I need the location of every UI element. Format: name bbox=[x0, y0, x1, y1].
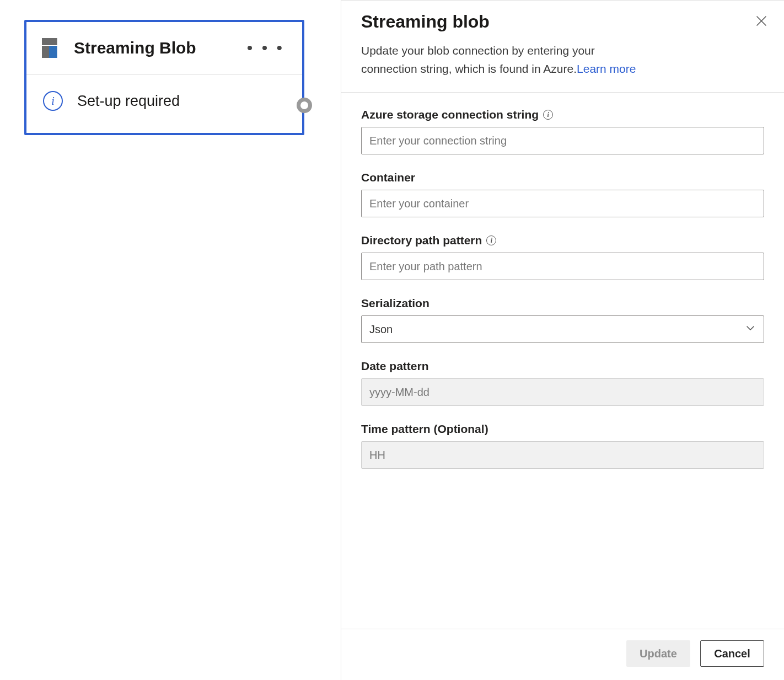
close-icon bbox=[755, 15, 767, 27]
blob-storage-icon bbox=[42, 38, 62, 58]
node-status-text: Set-up required bbox=[77, 93, 180, 110]
container-label: Container bbox=[361, 171, 415, 184]
panel-description: Update your blob connection by entering … bbox=[361, 42, 648, 78]
connection-string-input[interactable] bbox=[361, 127, 764, 154]
node-header: Streaming Blob • • • bbox=[26, 22, 302, 74]
info-icon[interactable]: i bbox=[543, 110, 553, 120]
streaming-blob-node[interactable]: Streaming Blob • • • i Set-up required bbox=[24, 20, 304, 135]
info-icon[interactable]: i bbox=[486, 235, 496, 245]
panel-footer: Update Cancel bbox=[341, 629, 784, 680]
connection-string-label: Azure storage connection string bbox=[361, 108, 539, 121]
learn-more-link[interactable]: Learn more bbox=[577, 62, 636, 75]
close-button[interactable] bbox=[751, 13, 772, 31]
container-input[interactable] bbox=[361, 190, 764, 217]
app-root: Streaming Blob • • • i Set-up required S… bbox=[0, 0, 784, 680]
panel-title: Streaming blob bbox=[361, 12, 490, 32]
date-pattern-input bbox=[361, 378, 764, 406]
directory-path-input[interactable] bbox=[361, 253, 764, 280]
field-serialization: Serialization Json bbox=[361, 297, 764, 343]
time-pattern-input bbox=[361, 441, 764, 469]
update-button[interactable]: Update bbox=[626, 640, 690, 667]
cancel-button[interactable]: Cancel bbox=[700, 640, 764, 667]
date-pattern-label: Date pattern bbox=[361, 360, 429, 373]
info-icon: i bbox=[43, 91, 63, 111]
panel-header: Streaming blob Update your blob connecti… bbox=[341, 1, 784, 93]
node-body: i Set-up required bbox=[26, 74, 302, 133]
time-pattern-label: Time pattern (Optional) bbox=[361, 422, 488, 436]
canvas-area: Streaming Blob • • • i Set-up required bbox=[0, 0, 341, 680]
node-output-port[interactable] bbox=[297, 98, 312, 113]
node-title: Streaming Blob bbox=[74, 39, 246, 57]
config-panel: Streaming blob Update your blob connecti… bbox=[341, 0, 784, 680]
field-time-pattern: Time pattern (Optional) bbox=[361, 422, 764, 469]
field-directory-path: Directory path pattern i bbox=[361, 234, 764, 280]
directory-path-label: Directory path pattern bbox=[361, 234, 482, 247]
serialization-label: Serialization bbox=[361, 297, 429, 310]
field-date-pattern: Date pattern bbox=[361, 360, 764, 406]
field-connection-string: Azure storage connection string i bbox=[361, 108, 764, 154]
panel-form: Azure storage connection string i Contai… bbox=[341, 93, 784, 629]
serialization-select[interactable]: Json bbox=[361, 315, 764, 343]
node-more-menu[interactable]: • • • bbox=[246, 38, 286, 58]
panel-description-text: Update your blob connection by entering … bbox=[361, 44, 595, 75]
field-container: Container bbox=[361, 171, 764, 217]
